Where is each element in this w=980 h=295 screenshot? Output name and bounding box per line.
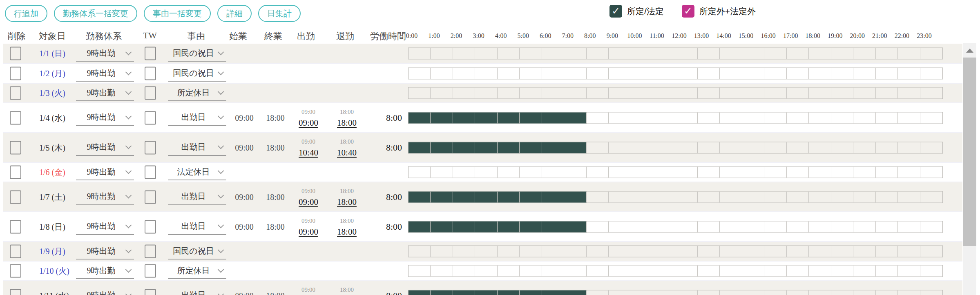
tw-checkbox[interactable] xyxy=(145,67,156,80)
worktype-select[interactable]: 9時出勤 xyxy=(76,110,134,126)
timeline-cell xyxy=(431,48,453,59)
actual-clock-out-input[interactable]: 18:00 xyxy=(329,197,364,207)
add-row-button[interactable]: 行追加 xyxy=(5,5,47,22)
delete-checkbox[interactable] xyxy=(10,289,21,295)
actual-clock-out-input[interactable]: 18:00 xyxy=(329,118,364,128)
actual-clock-out-input[interactable]: 10:40 xyxy=(329,147,364,157)
timeline-cell xyxy=(653,142,675,153)
worktype-select[interactable]: 9時出勤 xyxy=(76,288,134,295)
reason-select[interactable]: 国民の祝日 xyxy=(168,243,226,260)
actual-clock-in-input[interactable] xyxy=(291,172,326,182)
tw-checkbox[interactable] xyxy=(145,190,156,204)
labor-time-label: 8:00 xyxy=(368,291,402,295)
timeline-cell xyxy=(787,290,809,295)
reason-select[interactable]: 国民の祝日 xyxy=(168,45,226,62)
reason-select[interactable]: 法定休日 xyxy=(168,164,226,180)
timeline-cell xyxy=(564,68,586,79)
timeline-cell xyxy=(675,266,697,277)
shoteigai-hoteigai-checkbox[interactable] xyxy=(682,5,694,18)
hour-label: 14:00 xyxy=(716,32,731,40)
worktype-select[interactable]: 9時出勤 xyxy=(76,219,134,235)
delete-checkbox[interactable] xyxy=(10,47,21,60)
timeline-cell xyxy=(653,112,675,123)
daily-total-button[interactable]: 日集計 xyxy=(258,5,301,22)
reason-select[interactable]: 出勤日 xyxy=(168,219,226,235)
timeline-cell xyxy=(742,290,764,295)
chevron-down-icon xyxy=(218,291,224,295)
actual-clock-in-input[interactable] xyxy=(291,271,326,281)
reason-select-label: 国民の祝日 xyxy=(168,68,219,79)
timeline-cell-filled xyxy=(409,112,431,123)
actual-clock-in-input[interactable]: 09:00 xyxy=(291,197,326,207)
scrollbar-up-icon[interactable] xyxy=(966,49,973,53)
tw-checkbox[interactable] xyxy=(145,220,156,233)
actual-clock-out-input[interactable] xyxy=(329,172,364,182)
actual-clock-out-input[interactable] xyxy=(329,73,364,84)
tw-checkbox[interactable] xyxy=(145,87,156,100)
actual-clock-in-input[interactable]: 09:00 xyxy=(291,118,326,128)
worktype-select[interactable]: 9時出勤 xyxy=(76,164,134,180)
toolbar: 行追加 勤務体系一括変更 事由一括変更 詳細 日集計 xyxy=(5,5,301,22)
actual-clock-in-input[interactable]: 09:00 xyxy=(291,226,326,237)
detail-button[interactable]: 詳細 xyxy=(217,5,252,22)
reason-select[interactable]: 所定休日 xyxy=(168,85,226,101)
tw-checkbox[interactable] xyxy=(145,47,156,60)
reason-select[interactable]: 出勤日 xyxy=(168,110,226,126)
timeline-cell xyxy=(609,88,631,99)
worktype-select[interactable]: 9時出勤 xyxy=(76,140,134,156)
tw-checkbox[interactable] xyxy=(145,166,156,179)
actual-clock-out-input[interactable] xyxy=(329,53,364,64)
chevron-down-icon xyxy=(125,266,132,273)
delete-checkbox[interactable] xyxy=(10,111,21,124)
delete-checkbox[interactable] xyxy=(10,87,21,100)
delete-checkbox[interactable] xyxy=(10,220,21,233)
reason-select[interactable]: 所定休日 xyxy=(168,263,226,279)
shotei-hotei-checkbox[interactable] xyxy=(609,5,622,18)
worktype-select[interactable]: 9時出勤 xyxy=(76,85,134,101)
worktype-bulk-change-button[interactable]: 勤務体系一括変更 xyxy=(54,5,137,22)
actual-clock-out-input[interactable] xyxy=(329,251,364,262)
delete-checkbox[interactable] xyxy=(10,190,21,204)
actual-clock-out-input[interactable] xyxy=(329,271,364,281)
timeline-cell xyxy=(653,167,675,178)
worktype-select[interactable]: 9時出勤 xyxy=(76,243,134,260)
timeline-cell xyxy=(675,290,697,295)
timeline-cell xyxy=(587,221,609,232)
worktype-select[interactable]: 9時出勤 xyxy=(76,45,134,62)
tw-checkbox[interactable] xyxy=(145,245,156,258)
timeline-cell xyxy=(831,48,853,59)
delete-checkbox[interactable] xyxy=(10,141,21,154)
tw-checkbox[interactable] xyxy=(145,111,156,124)
delete-checkbox[interactable] xyxy=(10,166,21,179)
timeline-cell xyxy=(831,191,853,202)
tw-checkbox[interactable] xyxy=(145,141,156,154)
reason-bulk-change-button[interactable]: 事由一括変更 xyxy=(144,5,211,22)
labor-time-label: 8:00 xyxy=(368,142,402,153)
delete-checkbox[interactable] xyxy=(10,67,21,80)
actual-clock-in-input[interactable] xyxy=(291,53,326,64)
tw-checkbox[interactable] xyxy=(145,289,156,295)
reason-select[interactable]: 出勤日 xyxy=(168,140,226,156)
reason-select[interactable]: 国民の祝日 xyxy=(168,65,226,82)
delete-checkbox[interactable] xyxy=(10,264,21,278)
actual-clock-in-input[interactable] xyxy=(291,251,326,262)
actual-clock-out-input[interactable] xyxy=(329,93,364,103)
clock-in-cell xyxy=(291,261,326,281)
actual-clock-in-input[interactable]: 10:40 xyxy=(291,147,326,157)
actual-clock-out-input[interactable]: 18:00 xyxy=(329,226,364,237)
worktype-select[interactable]: 9時出勤 xyxy=(76,189,134,205)
timeline-cell-filled xyxy=(409,191,431,202)
scheduled-clock-out xyxy=(329,44,364,51)
tw-checkbox[interactable] xyxy=(145,264,156,278)
worktype-select[interactable]: 9時出勤 xyxy=(76,263,134,279)
delete-checkbox[interactable] xyxy=(10,245,21,258)
reason-select[interactable]: 出勤日 xyxy=(168,189,226,205)
worktype-select[interactable]: 9時出勤 xyxy=(76,65,134,82)
scrollbar-track[interactable] xyxy=(963,43,976,295)
actual-clock-in-input[interactable] xyxy=(291,93,326,103)
scrollbar-thumb[interactable] xyxy=(963,58,976,246)
attendance-row: 1/5 (木) 9時出勤 出勤日 09:00 18:00 09:00 10:40… xyxy=(3,132,962,162)
actual-clock-in-input[interactable] xyxy=(291,73,326,84)
timeline-cell-filled xyxy=(520,290,542,295)
reason-select[interactable]: 出勤日 xyxy=(168,288,226,295)
